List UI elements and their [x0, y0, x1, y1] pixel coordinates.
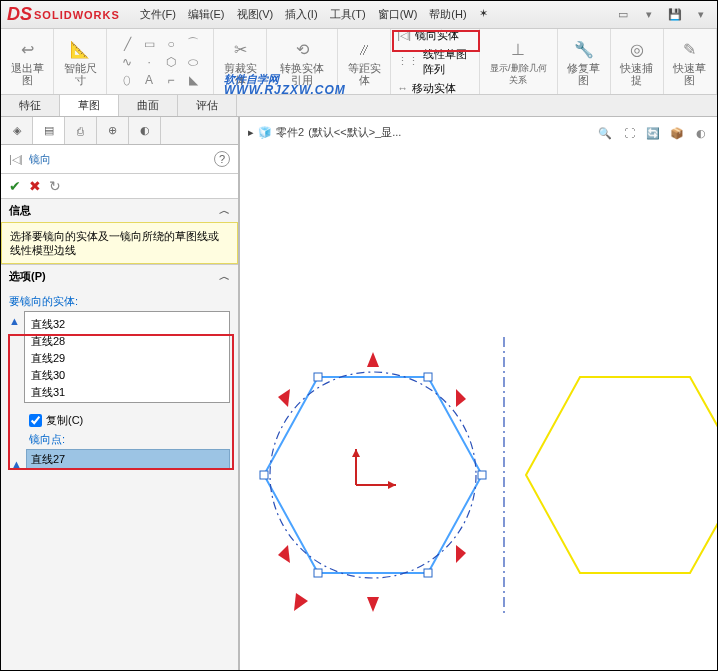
origin-y-arrow [352, 449, 360, 457]
ribbon: ↩退出草图 📐智能尺寸 ╱ ▭ ○ ⌒ ∿ · ⬡ ⬭ ⬯ A ⌐ ◣ ✂剪裁实… [1, 29, 717, 95]
options-header-label: 选项(P) [9, 269, 46, 284]
display-rel-label: 显示/删除几何关系 [488, 62, 549, 86]
quick-access: ▭ ▾ 💾 ▾ [611, 5, 717, 25]
mirror-about-value[interactable]: 直线27 [26, 449, 230, 470]
rect-icon[interactable]: ▭ [139, 36, 159, 52]
handle[interactable] [478, 471, 486, 479]
copy-checkbox-row[interactable]: 复制(C) [1, 409, 238, 432]
menu-edit[interactable]: 编辑(E) [182, 3, 231, 26]
menu-star[interactable]: ✶ [473, 3, 494, 26]
fm-tab-dim-icon[interactable]: ⊕ [97, 117, 129, 144]
feature-manager-tabs: ◈ ▤ ⎙ ⊕ ◐ [1, 117, 238, 145]
qa-more-icon[interactable]: ▾ [689, 5, 713, 25]
pattern-label: 线性草图阵列 [423, 47, 472, 77]
menu-insert[interactable]: 插入(I) [279, 3, 323, 26]
point-icon[interactable]: · [139, 54, 159, 70]
options-header[interactable]: 选项(P)︿ [1, 265, 238, 288]
ribbon-smart-dim[interactable]: 📐智能尺寸 [54, 29, 107, 94]
rebuild-icon[interactable]: ↻ [49, 178, 61, 194]
fm-tab-property-icon[interactable]: ▤ [33, 117, 65, 144]
list-item[interactable]: 直线29 [31, 350, 223, 367]
construction-circle[interactable] [270, 372, 476, 578]
slot-icon[interactable]: ⬭ [183, 54, 203, 70]
ribbon-display-rel[interactable]: ⊥显示/删除几何关系 [480, 29, 558, 94]
ribbon-convert[interactable]: ⟲转换实体引用 [267, 29, 338, 94]
ellipse-icon[interactable]: ⬯ [117, 72, 137, 88]
arc-icon[interactable]: ⌒ [183, 36, 203, 52]
qa-open-icon[interactable]: ▾ [637, 5, 661, 25]
qa-new-icon[interactable]: ▭ [611, 5, 635, 25]
svg-marker-2 [456, 389, 466, 407]
offset-label: 等距实体 [346, 62, 382, 86]
circle-icon[interactable]: ○ [161, 36, 181, 52]
ribbon-repair[interactable]: 🔧修复草图 [558, 29, 611, 94]
ribbon-mirror[interactable]: |◁| 镜向实体 [397, 28, 459, 43]
list-item[interactable]: 直线28 [31, 333, 223, 350]
copy-checkbox[interactable] [29, 414, 42, 427]
info-header[interactable]: 信息︿ [1, 199, 238, 222]
menu-help[interactable]: 帮助(H) [423, 3, 472, 26]
ribbon-offset[interactable]: ⫽等距实体 [338, 29, 391, 94]
handle[interactable] [424, 569, 432, 577]
handle[interactable] [424, 373, 432, 381]
ribbon-move[interactable]: ↔ 移动实体 [397, 81, 456, 96]
menu-window[interactable]: 窗口(W) [372, 3, 424, 26]
qsketch-label: 快速草图 [672, 62, 708, 86]
property-manager: ◈ ▤ ⎙ ⊕ ◐ |◁| 镜向 ? ✔ ✖ ↻ 信息︿ 选择要镜向的实体及一镜… [1, 117, 240, 671]
ribbon-quick-snap[interactable]: ◎快速捕捉 [611, 29, 664, 94]
ribbon-sketch-tools: ╱ ▭ ○ ⌒ ∿ · ⬡ ⬭ ⬯ A ⌐ ◣ [107, 29, 214, 94]
tab-features[interactable]: 特征 [1, 95, 60, 116]
qa-save-icon[interactable]: 💾 [663, 5, 687, 25]
entities-listbox[interactable]: 直线32 直线28 直线29 直线30 直线31 [24, 311, 230, 403]
list-item[interactable]: 直线32 [31, 316, 223, 333]
list-item[interactable]: 直线31 [31, 384, 223, 401]
tab-surface[interactable]: 曲面 [119, 95, 178, 116]
pm-title: 镜向 [29, 152, 51, 167]
mirror-about-icon: ▲ [11, 458, 22, 470]
fm-tab-appearance-icon[interactable]: ◐ [129, 117, 161, 144]
spline-icon[interactable]: ∿ [117, 54, 137, 70]
svg-marker-4 [456, 545, 466, 563]
fm-tab-config-icon[interactable]: ⎙ [65, 117, 97, 144]
main-area: ◈ ▤ ⎙ ⊕ ◐ |◁| 镜向 ? ✔ ✖ ↻ 信息︿ 选择要镜向的实体及一镜… [1, 117, 717, 671]
mirror-header-icon: |◁| [9, 153, 23, 166]
snap-label: 快速捕捉 [619, 62, 655, 86]
origin-x-arrow [388, 481, 396, 489]
chamfer-icon[interactable]: ◣ [183, 72, 203, 88]
repair-label: 修复草图 [566, 62, 602, 86]
handle[interactable] [314, 569, 322, 577]
ribbon-linear-pattern[interactable]: ⋮⋮ 线性草图阵列 [397, 47, 472, 77]
menu-file[interactable]: 文件(F) [134, 3, 182, 26]
fm-tab-tree-icon[interactable]: ◈ [1, 117, 33, 144]
menu-view[interactable]: 视图(V) [231, 3, 280, 26]
pm-header: |◁| 镜向 ? [1, 145, 238, 174]
collapse-icon: ︿ [219, 203, 230, 218]
tab-sketch[interactable]: 草图 [60, 95, 119, 116]
help-icon[interactable]: ? [214, 151, 230, 167]
app-name: SOLIDWORKS [34, 9, 120, 21]
tab-evaluate[interactable]: 评估 [178, 95, 237, 116]
fillet-icon[interactable]: ⌐ [161, 72, 181, 88]
menu-tools[interactable]: 工具(T) [324, 3, 372, 26]
text-icon[interactable]: A [139, 72, 159, 88]
ribbon-trim[interactable]: ✂剪裁实体 [214, 29, 267, 94]
line-icon[interactable]: ╱ [117, 36, 137, 52]
handle[interactable] [260, 471, 268, 479]
polygon-icon[interactable]: ⬡ [161, 54, 181, 70]
info-section: 信息︿ 选择要镜向的实体及一镜向所绕的草图线或线性模型边线 [1, 199, 238, 265]
ok-icon[interactable]: ✔ [9, 178, 21, 194]
copy-label: 复制(C) [46, 413, 83, 428]
move-label: 移动实体 [412, 81, 456, 96]
convert-label: 转换实体引用 [275, 62, 329, 86]
collapse-icon: ︿ [219, 269, 230, 284]
graphics-area[interactable]: ▸ 🧊 零件2 (默认<<默认>_显... 🔍 ⛶ 🔄 📦 ◐ [240, 117, 717, 671]
list-item[interactable]: 直线30 [31, 367, 223, 384]
cancel-icon[interactable]: ✖ [29, 178, 41, 194]
app-logo: DS SOLIDWORKS [1, 4, 126, 25]
entities-icon: ▲ [9, 315, 20, 403]
ribbon-quick-sketch[interactable]: ✎快速草图 [664, 29, 717, 94]
ribbon-exit-sketch[interactable]: ↩退出草图 [1, 29, 54, 94]
svg-marker-1 [278, 389, 290, 407]
handle[interactable] [314, 373, 322, 381]
mirror-label: 镜向实体 [415, 28, 459, 43]
